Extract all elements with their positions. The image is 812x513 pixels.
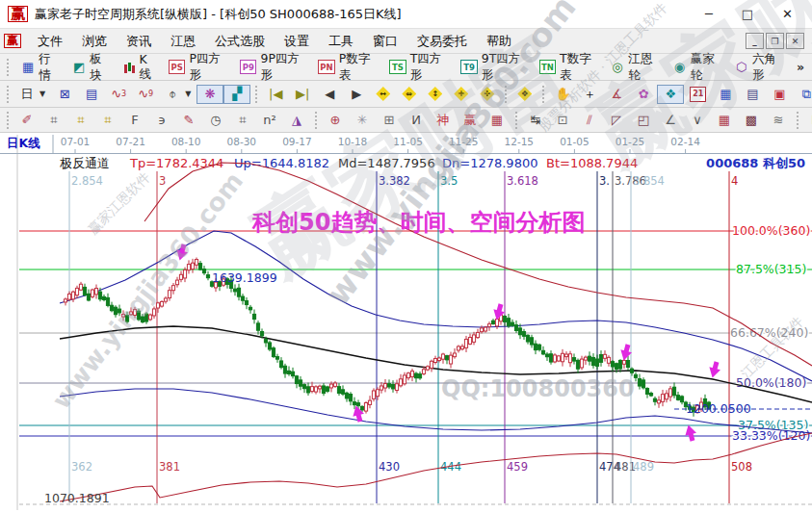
angle-measure-button[interactable]: ∡ <box>603 85 630 104</box>
period-selector[interactable]: 日▼ <box>13 85 51 104</box>
f-grid-tool-icon: F <box>127 113 143 128</box>
mdi-close-icon[interactable]: ✕ <box>786 33 804 49</box>
gold-grid-tool-1[interactable]: ⌗ <box>67 111 94 130</box>
save-button[interactable]: ▣ <box>766 85 793 104</box>
pen-tool[interactable]: ✐ <box>13 111 40 130</box>
toolbar-grip[interactable] <box>7 112 9 129</box>
menu-item-5[interactable]: 设置 <box>275 32 319 50</box>
notepad-button[interactable]: ▤ <box>739 85 766 104</box>
star-grid-tool[interactable]: ✳ <box>349 111 376 130</box>
last-page-button[interactable]: ▶| <box>289 85 316 104</box>
move-view-button[interactable]: ✥ <box>511 85 537 103</box>
hexagon-button[interactable]: ⬡六角形 <box>729 49 791 86</box>
square-number-tool[interactable]: n² <box>256 111 283 130</box>
p-square-button[interactable]: PSP四方形 <box>163 49 234 86</box>
calendar-button[interactable]: 21 <box>684 85 712 104</box>
first-page-button[interactable]: |◀ <box>262 85 289 104</box>
close-icon[interactable]: ✕ <box>782 7 793 21</box>
9t-square-button-icon: T9 <box>460 60 477 74</box>
menu-item-9[interactable]: 帮助 <box>477 32 521 50</box>
square-fan-tool[interactable]: ◸ <box>603 111 630 130</box>
toolbar-grip[interactable] <box>7 86 9 103</box>
parallel-lines-tool[interactable]: ≋ <box>765 111 792 130</box>
menu-item-1[interactable]: 浏览 <box>72 32 117 50</box>
toolbar-grip[interactable] <box>7 59 11 76</box>
color-stats-button[interactable]: ▞ <box>223 85 250 104</box>
angle-fan-tool[interactable]: ◮ <box>283 111 310 130</box>
menu-item-7[interactable]: 窗口 <box>363 32 407 50</box>
n-wave-tool[interactable]: И <box>403 111 430 130</box>
next-page-button[interactable]: ▶ <box>343 85 370 104</box>
menu-item-0[interactable]: 文件 <box>28 32 72 50</box>
wave3-button[interactable]: ∿3 <box>105 85 132 104</box>
pattern-box-button[interactable]: ⊠ <box>51 85 78 104</box>
menu-item-4[interactable]: 公式选股 <box>205 32 275 50</box>
width-measure-tool[interactable]: ↹ <box>522 111 549 130</box>
t-number-table-button-icon: TN <box>539 60 556 74</box>
kline-button[interactable]: K线 <box>118 50 163 85</box>
kline-chart-area[interactable]: 07-0107-2108-1008-3009-1710-1811-0511-25… <box>0 133 812 513</box>
f-grid-tool[interactable]: F <box>121 111 148 130</box>
maximize-icon[interactable]: □ <box>742 7 753 21</box>
bow-tool[interactable]: ϶ <box>148 111 175 130</box>
menu-item-8[interactable]: 交易委托 <box>407 32 477 50</box>
expand-vertical-button[interactable]: ↕ <box>422 85 448 103</box>
flower-chart-button[interactable]: ❋ <box>196 85 223 104</box>
menu-item-3[interactable]: 江恩 <box>161 32 205 50</box>
ratio-tool[interactable]: ⊨ <box>803 111 812 130</box>
winner-wheel-button[interactable]: ◉赢家轮 <box>667 49 728 86</box>
calculator-button[interactable]: ▦ <box>712 85 739 104</box>
shen-grid-tool[interactable]: 神 <box>430 111 457 130</box>
numbered-grid-tool[interactable]: ▩ <box>738 111 765 130</box>
candle-style-selector[interactable]: ⌽▼ <box>159 85 196 104</box>
pan-hand-button[interactable]: ✋ <box>549 85 576 104</box>
n-wave-tool-icon: И <box>408 113 424 128</box>
menu-item-6[interactable]: 工具 <box>319 32 363 50</box>
box-tool[interactable]: ⊡ <box>549 111 576 130</box>
t-square-button[interactable]: TST四方形 <box>383 49 455 86</box>
mdi-minimize-icon[interactable]: _ <box>746 33 764 49</box>
gold-grid-tool-2[interactable]: ⌗ <box>94 111 121 130</box>
9p-square-button[interactable]: P99P四方形 <box>234 49 312 86</box>
ying-grid-tool[interactable]: 赢 <box>457 111 484 130</box>
brush-tool[interactable]: ✎ <box>175 111 202 130</box>
minimize-icon[interactable]: ─ <box>705 7 713 21</box>
expand-all-button[interactable]: ✛ <box>448 85 474 103</box>
v-line-tool[interactable]: ∨ <box>684 111 711 130</box>
expand-horizontal-button[interactable]: ↔ <box>370 85 396 103</box>
mdi-restore-icon[interactable]: ❐ <box>766 33 784 49</box>
circle-cross-tool[interactable]: ⊕ <box>322 111 349 130</box>
t-number-table-button[interactable]: TNT数字表 <box>534 49 605 86</box>
filled-fan-tool[interactable]: ◰ <box>630 111 657 130</box>
prev-page-button[interactable]: ◀ <box>316 85 343 104</box>
grid-tool[interactable]: ⌗ <box>40 111 67 130</box>
time-clock-tool[interactable]: ◷ <box>202 111 229 130</box>
export-button[interactable]: ⧉ <box>793 85 812 104</box>
market-quotes-button[interactable]: ▦行情 <box>15 49 66 86</box>
grid-tool-2[interactable]: ⌗ <box>229 111 256 130</box>
9t-square-button[interactable]: T99T四方形 <box>455 49 533 86</box>
toolbar-overflow-icon[interactable]: » <box>791 60 810 74</box>
gann-wheel-button[interactable]: ◎江恩轮 <box>605 49 667 86</box>
hexagon-button-icon: ⬡ <box>735 60 748 75</box>
report-button[interactable]: ▤ <box>78 85 105 104</box>
p-square-button-label: P四方形 <box>189 51 228 84</box>
stats-tool-button[interactable]: ❖ <box>657 85 684 104</box>
hexagon-button-label: 六角形 <box>752 51 785 84</box>
brush-tool-icon: ✎ <box>181 113 196 128</box>
svg-text:01-25: 01-25 <box>616 136 645 147</box>
angle-line-tool[interactable]: ∠ <box>657 111 684 130</box>
square-grid-tool[interactable]: ⊞ <box>376 111 403 130</box>
width-measure-tool-icon: ↹ <box>528 113 543 128</box>
gather-tool-button[interactable]: ✿ <box>630 85 657 104</box>
compress-all-button[interactable]: ✣ <box>474 85 500 103</box>
dense-grid-tool[interactable]: ▦ <box>711 111 738 130</box>
wave9-button[interactable]: ∿9 <box>132 85 159 104</box>
sectors-button[interactable]: ◩板块 <box>66 49 118 86</box>
menu-item-2[interactable]: 资讯 <box>117 32 161 50</box>
gann-fan-tool[interactable]: ⫽ <box>576 111 603 130</box>
number-grid-tool[interactable]: ▦ <box>484 111 511 130</box>
crosshair-button[interactable]: ＋ <box>576 85 603 104</box>
shrink-horizontal-button[interactable]: ⇔ <box>396 85 422 103</box>
p-number-table-button[interactable]: PNP数字表 <box>312 49 383 86</box>
